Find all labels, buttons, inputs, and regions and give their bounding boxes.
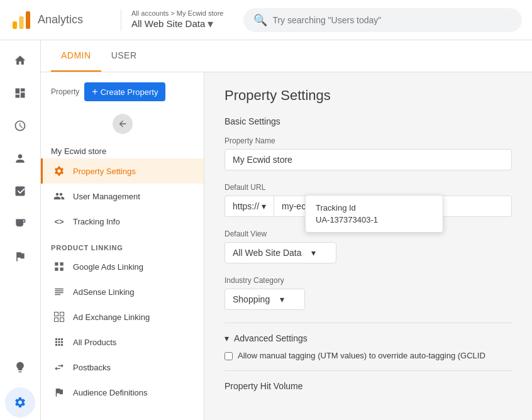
default-view-value: All Web Site Data bbox=[233, 248, 301, 258]
search-icon: 🔍 bbox=[253, 13, 267, 27]
app-name: Analytics bbox=[38, 13, 83, 26]
tab-admin[interactable]: ADMIN bbox=[51, 40, 101, 72]
collapse-button[interactable] bbox=[113, 114, 133, 134]
manual-tagging-row: Allow manual tagging (UTM values) to ove… bbox=[224, 351, 512, 360]
property-name-form-label: Property Name bbox=[224, 136, 512, 145]
nav-item-google-ads[interactable]: Google Ads Linking bbox=[41, 254, 204, 279]
user-management-icon bbox=[53, 190, 65, 202]
manual-tagging-checkbox[interactable] bbox=[224, 352, 233, 360]
basic-settings-header: Basic Settings bbox=[224, 116, 512, 126]
advanced-settings-toggle[interactable]: ▾ Advanced Settings bbox=[224, 333, 512, 343]
search-input[interactable] bbox=[272, 15, 512, 25]
svg-rect-3 bbox=[55, 312, 58, 316]
nav-item-ad-exchange[interactable]: Ad Exchange Linking bbox=[41, 304, 204, 329]
account-nav: All accounts > My Ecwid store All Web Si… bbox=[121, 9, 233, 31]
selector-label: All Web Site Data bbox=[131, 18, 205, 29]
tab-user[interactable]: USER bbox=[101, 40, 147, 72]
left-nav-panel: Property + Create Property My Ecwid stor… bbox=[41, 72, 204, 420]
plus-icon: + bbox=[92, 86, 97, 97]
property-panel: Property Settings Tracking Id UA-1373734… bbox=[204, 72, 532, 420]
advanced-settings-section: ▾ Advanced Settings Allow manual tagging… bbox=[224, 333, 512, 360]
nav-item-property-settings[interactable]: Property Settings bbox=[41, 158, 204, 184]
all-products-icon bbox=[53, 336, 65, 348]
tooltip-title: Tracking Id bbox=[316, 203, 433, 213]
nav-item-tracking-info[interactable]: <> Tracking Info bbox=[41, 209, 204, 234]
url-protocol-selector[interactable]: https:// ▾ bbox=[224, 196, 274, 217]
nav-item-adsense[interactable]: AdSense Linking bbox=[41, 279, 204, 304]
search-bar[interactable]: 🔍 bbox=[243, 8, 522, 32]
industry-category-label: Industry Category bbox=[224, 276, 512, 285]
adsense-label: AdSense Linking bbox=[73, 287, 135, 297]
content-wrapper: Property + Create Property My Ecwid stor… bbox=[41, 72, 532, 420]
chevron-down-icon: ▾ bbox=[280, 294, 284, 304]
advanced-settings-label: Advanced Settings bbox=[234, 333, 308, 343]
audience-definitions-icon bbox=[53, 386, 65, 399]
chevron-down-icon: ▾ bbox=[311, 248, 316, 258]
svg-rect-5 bbox=[55, 318, 58, 322]
tracking-info-icon: <> bbox=[53, 215, 65, 228]
page-title: Property Settings bbox=[224, 87, 512, 104]
sidebar-item-lightbulb[interactable] bbox=[5, 352, 35, 382]
account-path: All accounts > My Ecwid store bbox=[131, 9, 223, 17]
google-ads-label: Google Ads Linking bbox=[73, 262, 143, 272]
sidebar-item-reports[interactable] bbox=[5, 111, 35, 141]
ad-exchange-icon bbox=[53, 311, 65, 323]
postbacks-label: Postbacks bbox=[73, 363, 111, 372]
url-protocol-label: https:// bbox=[233, 201, 259, 211]
adsense-icon bbox=[53, 285, 65, 298]
sidebar-item-user[interactable] bbox=[5, 143, 35, 174]
main-layout: ADMIN USER Property + Create Property bbox=[41, 40, 532, 420]
top-bar: Analytics All accounts > My Ecwid store … bbox=[0, 0, 532, 40]
property-name-input[interactable] bbox=[224, 149, 512, 170]
industry-category-group: Industry Category Shopping ▾ bbox=[224, 276, 512, 310]
nav-item-all-products[interactable]: All Products bbox=[41, 329, 204, 355]
default-view-select[interactable]: All Web Site Data ▾ bbox=[224, 242, 336, 263]
chevron-up-icon: ▾ bbox=[224, 333, 229, 343]
tooltip-value: UA-137373403-1 bbox=[316, 215, 433, 224]
sidebar-item-dashboard[interactable] bbox=[5, 78, 35, 108]
audience-definitions-label: Audience Definitions bbox=[73, 388, 148, 397]
tracking-info-label: Tracking Info bbox=[73, 217, 120, 226]
sidebar-item-home[interactable] bbox=[5, 45, 35, 75]
default-url-label: Default URL bbox=[224, 183, 512, 192]
svg-rect-0 bbox=[13, 21, 17, 29]
logo-icon bbox=[10, 9, 33, 31]
property-settings-icon bbox=[53, 165, 65, 177]
industry-category-value: Shopping bbox=[233, 294, 270, 304]
nav-item-user-management[interactable]: User Management bbox=[41, 184, 204, 209]
account-selector[interactable]: All Web Site Data ▾ bbox=[131, 17, 223, 31]
chevron-down-icon: ▾ bbox=[208, 17, 213, 31]
property-settings-label: Property Settings bbox=[73, 167, 136, 176]
property-hit-volume-header: Property Hit Volume bbox=[224, 381, 512, 391]
manual-tagging-label: Allow manual tagging (UTM values) to ove… bbox=[238, 351, 485, 360]
default-view-group: Default View All Web Site Data ▾ bbox=[224, 229, 512, 263]
sidebar-item-settings[interactable] bbox=[5, 387, 35, 417]
all-products-label: All Products bbox=[73, 338, 116, 347]
tracking-id-tooltip: Tracking Id UA-137373403-1 bbox=[305, 195, 443, 233]
create-property-button[interactable]: + Create Property bbox=[84, 82, 165, 101]
svg-rect-6 bbox=[60, 318, 64, 322]
svg-rect-2 bbox=[26, 11, 30, 29]
ad-exchange-label: Ad Exchange Linking bbox=[73, 312, 150, 322]
section-divider bbox=[224, 323, 512, 323]
google-ads-icon bbox=[53, 260, 65, 273]
property-name-group: Property Name bbox=[224, 136, 512, 170]
logo-area: Analytics bbox=[10, 9, 111, 31]
svg-rect-4 bbox=[60, 312, 64, 316]
sidebar-item-acquisition[interactable] bbox=[5, 176, 35, 206]
nav-item-postbacks[interactable]: Postbacks bbox=[41, 355, 204, 380]
user-management-label: User Management bbox=[73, 192, 140, 201]
left-sidebar bbox=[0, 40, 41, 420]
industry-category-select[interactable]: Shopping ▾ bbox=[224, 289, 305, 310]
sidebar-item-behavior[interactable] bbox=[5, 209, 35, 239]
section-divider-2 bbox=[224, 370, 512, 371]
tab-bar: ADMIN USER bbox=[41, 40, 532, 72]
svg-rect-1 bbox=[19, 16, 24, 29]
property-name-label: My Ecwid store bbox=[41, 141, 204, 158]
chevron-down-icon: ▾ bbox=[262, 201, 266, 211]
left-nav-header: Property + Create Property bbox=[41, 77, 204, 106]
nav-item-audience-definitions[interactable]: Audience Definitions bbox=[41, 380, 204, 405]
sidebar-item-flag[interactable] bbox=[5, 241, 35, 272]
product-linking-section-title: PRODUCT LINKING bbox=[41, 234, 204, 254]
postbacks-icon bbox=[53, 361, 65, 373]
